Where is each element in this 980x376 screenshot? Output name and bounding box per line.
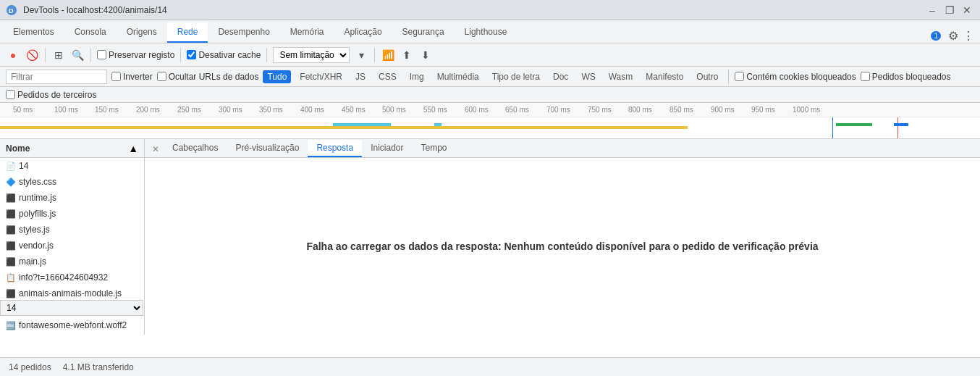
timeline-vline-red (897, 117, 898, 139)
blocked-cookies-input[interactable] (735, 72, 744, 81)
disable-cache-checkbox[interactable]: Desativar cache (187, 50, 261, 60)
list-item-fontawesome[interactable]: 🔤 fontawesome-webfont.woff2 (0, 317, 144, 333)
mark-500ms: 500 ms (382, 106, 406, 114)
tab-aplicacao[interactable]: Aplicação (334, 22, 392, 43)
tab-pre-visualizacao[interactable]: Pré-visualização (227, 140, 308, 157)
list-item-14b[interactable]: 📄 14 (0, 333, 144, 335)
throttle-dropdown-button[interactable]: ▾ (354, 48, 368, 62)
file-icon-styles-css: 🔷 (6, 177, 16, 187)
main-area: Nome ▲ 📄 14 🔷 styles.css ⬛ runtime.js ⬛ … (0, 139, 980, 335)
tab-cabecalhos[interactable]: Cabeçalhos (164, 140, 227, 157)
list-item-animais-module[interactable]: ⬛ animais-animais-module.js (0, 285, 144, 301)
blocked-requests-label: Pedidos bloqueados (872, 72, 951, 82)
tab-lighthouse[interactable]: Lighthouse (455, 22, 518, 43)
preserve-log-label: Preservar registo (109, 50, 174, 60)
minimize-button[interactable]: – (925, 3, 939, 17)
filter-type-manifest[interactable]: Manifesto (641, 70, 688, 83)
filter-type-wasm[interactable]: Wasm (604, 70, 638, 83)
tab-elementos[interactable]: Elementos (3, 22, 64, 43)
tab-resposta[interactable]: Resposta (308, 140, 362, 157)
response-message: Falha ao carregar os dados da resposta: … (306, 241, 818, 252)
filter-input[interactable] (6, 70, 107, 84)
bottom-dropdown[interactable]: 14 (0, 300, 143, 316)
tab-memoria[interactable]: Memória (280, 22, 334, 43)
download-button[interactable]: ⬇ (418, 48, 433, 62)
file-icon-main-js: ⬛ (6, 256, 16, 267)
file-list-panel: Nome ▲ 📄 14 🔷 styles.css ⬛ runtime.js ⬛ … (0, 139, 145, 335)
record-button[interactable]: ● (6, 48, 20, 62)
tab-desempenho[interactable]: Desempenho (208, 22, 279, 43)
filter-type-js[interactable]: JS (351, 70, 370, 83)
window-title: DevTools - localhost:4200/animais/14 (23, 5, 919, 15)
timeline: 50 ms 100 ms 150 ms 200 ms 250 ms 300 ms… (0, 103, 980, 139)
tab-iniciador[interactable]: Iniciador (362, 140, 412, 157)
invert-checkbox[interactable]: Inverter (111, 72, 153, 82)
more-options-button[interactable]: ⋮ (963, 29, 974, 43)
wifi-icon[interactable]: 📶 (381, 48, 395, 62)
blocked-requests-checkbox[interactable]: Pedidos bloqueados (861, 72, 951, 82)
blocked-requests-input[interactable] (861, 72, 870, 81)
file-name-styles-js: styles.js (19, 225, 138, 235)
mark-250ms: 250 ms (177, 106, 201, 114)
list-item-styles-css[interactable]: 🔷 styles.css (0, 174, 144, 190)
mark-200ms: 200 ms (136, 106, 160, 114)
hide-data-urls-checkbox[interactable]: Ocultar URLs de dados (157, 72, 259, 82)
file-name-vendor-js: vendor.js (19, 241, 138, 251)
status-bar: 14 pedidos 4.1 MB transferido (0, 357, 980, 376)
list-item-styles-js[interactable]: ⬛ styles.js (0, 222, 144, 238)
list-item-vendor-js[interactable]: ⬛ vendor.js (0, 238, 144, 254)
tab-seguranca[interactable]: Segurança (392, 22, 455, 43)
list-item-polyfills-js[interactable]: ⬛ polyfills.js (0, 206, 144, 222)
filter-type-ws[interactable]: WS (577, 70, 599, 83)
toolbar-separator-1 (45, 48, 46, 62)
filter-type-fetch-xhr[interactable]: Fetch/XHR (295, 70, 347, 83)
list-item-info[interactable]: 📋 info?t=1660424604932 (0, 270, 144, 285)
close-button[interactable]: ✕ (960, 3, 974, 17)
disable-cache-label: Desativar cache (198, 50, 261, 60)
third-party-input[interactable] (6, 90, 15, 99)
hide-data-urls-input[interactable] (157, 72, 166, 81)
filter-type-font[interactable]: Tipo de letra (488, 70, 544, 83)
third-party-checkbox[interactable]: Pedidos de terceiros (6, 90, 96, 100)
file-name-info: info?t=1660424604932 (19, 272, 138, 283)
mark-900ms: 900 ms (711, 106, 735, 114)
timeline-bar-blue-right (894, 123, 908, 126)
list-item-runtime-js[interactable]: ⬛ runtime.js (0, 190, 144, 206)
clear-button[interactable]: 🚫 (25, 48, 39, 62)
maximize-button[interactable]: ❐ (942, 3, 957, 17)
tab-rede[interactable]: Rede (167, 22, 208, 43)
preserve-log-checkbox[interactable]: Preservar registo (97, 50, 174, 60)
mark-650ms: 650 ms (505, 106, 529, 114)
throttle-select[interactable]: Sem limitação (273, 47, 350, 63)
disable-cache-input[interactable] (187, 50, 196, 59)
filter-type-multimedia[interactable]: Multimédia (433, 70, 483, 83)
filter-type-doc[interactable]: Doc (549, 70, 573, 83)
tab-consola[interactable]: Consola (64, 22, 117, 43)
preserve-log-input[interactable] (97, 50, 106, 59)
network-toolbar: ● 🚫 ⊞ 🔍 Preservar registo Desativar cach… (0, 43, 980, 67)
filter-type-all[interactable]: Tudo (263, 70, 291, 83)
tab-tempo[interactable]: Tempo (412, 140, 455, 157)
mark-750ms: 750 ms (588, 106, 612, 114)
mark-450ms: 450 ms (342, 106, 366, 114)
mark-700ms: 700 ms (546, 106, 570, 114)
list-item-14[interactable]: 📄 14 (0, 158, 144, 174)
filter-toggle-button[interactable]: ⊞ (51, 48, 66, 62)
close-tab-button[interactable]: ✕ (148, 141, 164, 157)
invert-input[interactable] (111, 72, 121, 81)
list-item-main-js[interactable]: ⬛ main.js (0, 254, 144, 270)
filter-type-other[interactable]: Outro (692, 70, 722, 83)
search-button[interactable]: 🔍 (70, 48, 85, 62)
mark-150ms: 150 ms (95, 106, 119, 114)
mark-550ms: 550 ms (423, 106, 447, 114)
tab-origens[interactable]: Origens (117, 22, 167, 43)
settings-button[interactable]: ⚙ (948, 29, 958, 43)
blocked-cookies-checkbox[interactable]: Contém cookies bloqueados (735, 72, 856, 82)
hide-data-urls-label: Ocultar URLs de dados (169, 72, 259, 82)
file-icon-styles-js: ⬛ (6, 225, 16, 235)
upload-button[interactable]: ⬆ (400, 48, 414, 62)
filter-type-img[interactable]: Img (405, 70, 428, 83)
scroll-up-button[interactable]: ▲ (128, 143, 138, 154)
filter-type-css[interactable]: CSS (374, 70, 401, 83)
bottom-select[interactable]: 14 (0, 300, 143, 316)
